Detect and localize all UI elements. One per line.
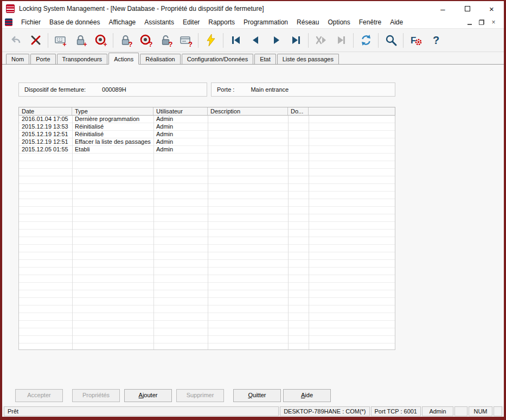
actions-panel: Dispositif de fermeture: 000089H Porte :… [2, 65, 504, 406]
read-transponder-button[interactable]: ? [136, 31, 156, 50]
menu-aide[interactable]: Aide [386, 17, 407, 28]
menu-base-de-donnees[interactable]: Base de données [45, 17, 104, 28]
table-row[interactable]: 2015.12.19 12:51 Réinitialisé Admin [19, 131, 395, 138]
menu-programmation[interactable]: Programmation [239, 17, 292, 28]
mdi-restore-button[interactable] [477, 18, 486, 26]
read-lock-button[interactable]: ? [116, 31, 136, 50]
cell-type: Dernière programmation [72, 116, 153, 123]
filter-settings-button[interactable]: F [406, 31, 426, 50]
svg-text:?: ? [168, 40, 172, 47]
cell-date: 2015.12.19 12:51 [19, 131, 72, 138]
menu-rapports[interactable]: Rapports [204, 17, 239, 28]
disconnect-icon [29, 34, 42, 47]
cell-description [208, 146, 288, 154]
cell-document [288, 146, 309, 154]
toolbar-separator [223, 33, 223, 48]
nav-next-button[interactable] [266, 31, 286, 50]
add-lock-button[interactable]: + [71, 31, 91, 50]
lock-query-2-icon: ? [159, 34, 172, 47]
nav-next-icon [270, 34, 283, 47]
undo-arrow-button [5, 31, 25, 50]
nav-skip-disabled-icon [315, 34, 328, 47]
toolbar-separator [378, 33, 379, 48]
menu-editer[interactable]: Editer [178, 17, 204, 28]
refresh-button[interactable] [356, 31, 376, 50]
toolbar-separator [198, 33, 198, 48]
tab-nom[interactable]: Nom [6, 54, 29, 64]
cell-document [288, 123, 309, 131]
search-button[interactable] [381, 31, 401, 50]
menu-options[interactable]: Options [323, 17, 354, 28]
mdi-close-button[interactable]: × [489, 18, 498, 26]
mdi-minimize-icon [467, 24, 472, 25]
help-button[interactable]: ? [426, 31, 446, 50]
nav-last-button[interactable] [286, 31, 306, 50]
table-row[interactable]: 2015.12.05 01:55 Etabli Admin [19, 146, 395, 154]
mdi-minimize-button[interactable] [465, 18, 474, 26]
add-button[interactable]: Ajouter [124, 389, 172, 402]
menu-reseau[interactable]: Réseau [292, 17, 323, 28]
table-row[interactable]: 2015.12.19 13:53 Réinitialisé Admin [19, 123, 395, 131]
nav-first-button[interactable] [226, 31, 246, 50]
minimize-button[interactable]: – [431, 1, 455, 16]
svg-text:?: ? [433, 34, 439, 46]
svg-text:?: ? [128, 40, 132, 47]
table-row[interactable]: 2015.12.19 12:51 Effacer la liste des pa… [19, 138, 395, 146]
menu-assistants[interactable]: Assistants [140, 17, 178, 28]
lock-field-label: Dispositif de fermeture: [24, 86, 86, 93]
accept-button: Accepter [15, 389, 63, 402]
status-ready: Prêt [4, 406, 279, 416]
add-keyboard-button[interactable]: + [50, 31, 71, 50]
read-card-button[interactable]: ? [176, 31, 196, 50]
mdi-restore-icon [479, 20, 484, 25]
table-row[interactable]: 2016.01.04 17:05 Dernière programmation … [19, 116, 395, 123]
column-header-date[interactable]: Date [19, 107, 72, 115]
nav-prev-button[interactable] [246, 31, 266, 50]
help-dialog-button[interactable]: Aide [283, 389, 331, 402]
cell-date: 2015.12.05 01:55 [19, 146, 72, 154]
quit-button[interactable]: Quitter [233, 389, 281, 402]
cell-document [288, 131, 309, 138]
tab-etat[interactable]: Etat [254, 54, 276, 64]
cell-user: Admin [153, 146, 208, 154]
tab-actions[interactable]: Actions [108, 53, 139, 65]
program-button[interactable] [201, 31, 221, 50]
door-field-group: Porte : Main entrance [211, 82, 395, 97]
search-icon [385, 34, 398, 47]
status-user: Admin [422, 406, 453, 416]
menu-fichier[interactable]: Fichier [17, 17, 45, 28]
menu-bar: Fichier Base de données Affichage Assist… [2, 16, 504, 29]
tab-porte[interactable]: Porte [30, 54, 55, 64]
column-header-document[interactable]: Do... [288, 107, 309, 115]
tab-liste-des-passages[interactable]: Liste des passages [277, 54, 339, 64]
maximize-button[interactable] [455, 1, 479, 16]
status-tcp-port: Port TCP : 6001 [371, 406, 421, 416]
add-transponder-button[interactable]: + [91, 31, 111, 50]
cell-document [288, 138, 309, 146]
tab-realisation[interactable]: Réalisation [140, 54, 180, 64]
cell-date: 2015.12.19 12:51 [19, 138, 72, 146]
cell-description [208, 138, 288, 146]
svg-text:F: F [411, 35, 416, 46]
card-query-icon: ? [180, 34, 193, 47]
column-header-description[interactable]: Description [208, 107, 288, 115]
menu-affichage[interactable]: Affichage [104, 17, 140, 28]
svg-text:+: + [103, 41, 107, 47]
column-header-utilisateur[interactable]: Utilisateur [153, 107, 208, 115]
read-lock-2-button[interactable]: ? [156, 31, 176, 50]
tab-transpondeurs[interactable]: Transpondeurs [57, 54, 108, 64]
cell-type: Effacer la liste des passages [72, 138, 153, 146]
dialog-buttons: Accepter Propriétés Ajouter Supprimer Qu… [15, 389, 331, 402]
disconnect-button[interactable] [25, 31, 46, 50]
app-logo-icon [6, 4, 15, 13]
tab-configuration-donnees[interactable]: Configuration/Données [182, 54, 254, 64]
actions-table: Date Type Utilisateur Description Do... … [18, 107, 395, 350]
column-header-type[interactable]: Type [72, 107, 153, 115]
close-button[interactable]: × [479, 1, 504, 16]
svg-text:?: ? [148, 40, 152, 47]
svg-text:+: + [62, 41, 66, 47]
toolbar-separator [113, 33, 113, 48]
lock-field-value: 000089H [102, 86, 126, 93]
menu-fenetre[interactable]: Fenêtre [355, 17, 386, 28]
door-field-label: Porte : [217, 86, 234, 93]
